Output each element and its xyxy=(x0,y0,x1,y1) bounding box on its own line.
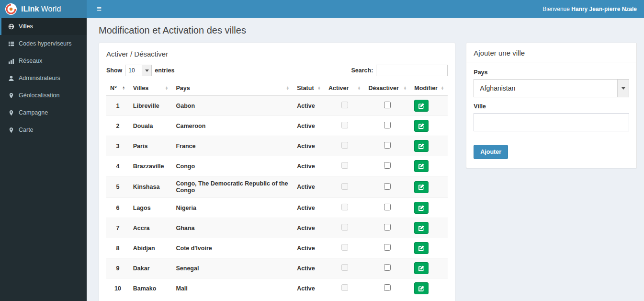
row-number: 1 xyxy=(106,96,129,116)
sidebar-item-reseaux[interactable]: Réseaux xyxy=(0,52,87,69)
sidebar-item-label: Villes xyxy=(19,23,33,30)
sort-icon: ▲▼ xyxy=(358,86,361,91)
ville-input[interactable] xyxy=(474,113,629,131)
edit-icon xyxy=(418,163,424,169)
modifier-button[interactable] xyxy=(414,100,429,112)
app-brand[interactable]: iLink World xyxy=(0,0,87,18)
pays-cell: France xyxy=(172,136,293,156)
search-control: Search: xyxy=(351,65,448,76)
desactiver-checkbox[interactable] xyxy=(384,264,391,271)
ville-cell: Dakar xyxy=(129,258,172,278)
column-header-pays[interactable]: Pays▲▼ xyxy=(172,81,293,96)
statut-cell: Active xyxy=(293,136,325,156)
modifier-button[interactable] xyxy=(414,222,429,234)
welcome-user-name: Hanry Jean-pierre Nzale xyxy=(571,6,637,12)
column-header-activer[interactable]: Activer▲▼ xyxy=(325,81,365,96)
activer-checkbox[interactable] xyxy=(341,142,348,149)
edit-icon xyxy=(418,205,424,211)
map-marker-icon xyxy=(8,93,14,99)
activer-checkbox[interactable] xyxy=(341,204,348,210)
sidebar-item-label: Carte xyxy=(19,127,34,133)
sidebar-item-label: Administrateurs xyxy=(19,75,60,81)
sidebar-item-villes[interactable]: Villes xyxy=(0,18,87,35)
page-title: Modification et Activation des villes xyxy=(99,25,637,36)
statut-cell: Active xyxy=(293,176,325,198)
desactiver-checkbox[interactable] xyxy=(384,162,391,169)
activer-checkbox[interactable] xyxy=(341,244,348,251)
globe-icon xyxy=(8,23,14,30)
table-row: 8 Abidjan Cote d'Ivoire Active xyxy=(106,238,448,258)
activer-checkbox[interactable] xyxy=(341,183,348,190)
sort-icon: ▲▼ xyxy=(122,86,125,91)
desactiver-checkbox[interactable] xyxy=(384,204,391,210)
row-number: 2 xyxy=(106,116,129,136)
column-header-num[interactable]: N°▲▼ xyxy=(106,81,129,96)
pays-cell: Cameroon xyxy=(172,116,293,136)
pays-cell: Gabon xyxy=(172,96,293,116)
pays-select[interactable]: Afghanistan xyxy=(474,79,629,97)
add-panel-title: Ajouter une ville xyxy=(466,43,636,62)
pays-cell: Congo xyxy=(172,156,293,176)
statut-cell: Active xyxy=(293,218,325,238)
activer-checkbox[interactable] xyxy=(341,284,348,291)
map-marker-icon xyxy=(8,127,14,133)
column-header-villes[interactable]: Villes▲▼ xyxy=(129,81,172,96)
activer-checkbox[interactable] xyxy=(341,162,348,169)
sidebar-item-geolocalisation[interactable]: Géolocalisation xyxy=(0,87,87,104)
modifier-button[interactable] xyxy=(414,120,429,132)
desactiver-checkbox[interactable] xyxy=(384,122,391,128)
ville-cell: Libreville xyxy=(129,96,172,116)
sidebar-item-carte[interactable]: Carte xyxy=(0,121,87,139)
desactiver-checkbox[interactable] xyxy=(384,244,391,251)
pays-label: Pays xyxy=(474,69,629,76)
sort-icon: ▲▼ xyxy=(286,86,289,91)
bar-chart-icon xyxy=(8,58,14,64)
modifier-button[interactable] xyxy=(414,242,429,254)
statut-cell: Active xyxy=(293,156,325,176)
villes-table-panel: Activer / Désactiver Show 10 entries Sea… xyxy=(99,43,455,301)
main-content: Modification et Activation des villes Ac… xyxy=(87,18,644,301)
page-length-control: Show 10 entries xyxy=(106,65,174,76)
activer-checkbox[interactable] xyxy=(341,264,348,271)
desactiver-checkbox[interactable] xyxy=(384,102,391,108)
sidebar-item-codes-hyperviseurs[interactable]: Codes hyperviseurs xyxy=(0,35,87,52)
row-number: 6 xyxy=(106,198,129,218)
ville-cell: Lagos xyxy=(129,198,172,218)
top-bar: iLink World ≡ Bienvenue Hanry Jean-pierr… xyxy=(0,0,644,18)
modifier-button[interactable] xyxy=(414,282,429,294)
desactiver-checkbox[interactable] xyxy=(384,183,391,190)
app-title-light: World xyxy=(41,5,61,13)
sidebar-item-administrateurs[interactable]: Administrateurs xyxy=(0,69,87,87)
table-row: 4 Brazzaville Congo Active xyxy=(106,156,448,176)
page-length-select[interactable]: 10 xyxy=(125,65,152,76)
search-input[interactable] xyxy=(376,65,448,76)
modifier-button[interactable] xyxy=(414,160,429,172)
table-row: 6 Lagos Nigeria Active xyxy=(106,198,448,218)
edit-icon xyxy=(418,123,424,129)
activer-checkbox[interactable] xyxy=(341,224,348,231)
sidebar-item-campagne[interactable]: Campagne xyxy=(0,104,87,121)
modifier-button[interactable] xyxy=(414,181,429,193)
table-row: 9 Dakar Senegal Active xyxy=(106,258,448,278)
ajouter-button[interactable]: Ajouter xyxy=(474,145,508,159)
sidebar-toggle-icon[interactable]: ≡ xyxy=(94,3,104,15)
table-row: 2 Douala Cameroon Active xyxy=(106,116,448,136)
desactiver-checkbox[interactable] xyxy=(384,224,391,231)
modifier-button[interactable] xyxy=(414,202,429,214)
column-header-statut[interactable]: Statut▲▼ xyxy=(293,81,325,96)
modifier-button[interactable] xyxy=(414,140,429,152)
desactiver-checkbox[interactable] xyxy=(384,284,391,291)
desactiver-checkbox[interactable] xyxy=(384,142,391,149)
activer-checkbox[interactable] xyxy=(341,122,348,128)
ville-cell: Brazzaville xyxy=(129,156,172,176)
edit-icon xyxy=(418,225,424,231)
column-header-modifier[interactable]: Modifier▲▼ xyxy=(410,81,448,96)
sort-icon: ▲▼ xyxy=(165,86,169,91)
activer-checkbox[interactable] xyxy=(341,102,348,108)
ville-cell: Kinshasa xyxy=(129,176,172,198)
modifier-button[interactable] xyxy=(414,262,429,274)
edit-icon xyxy=(418,266,424,271)
sort-icon: ▲▼ xyxy=(317,86,321,91)
column-header-desactiver[interactable]: Désactiver▲▼ xyxy=(365,81,411,96)
app-title-bold: iLink xyxy=(21,5,39,13)
